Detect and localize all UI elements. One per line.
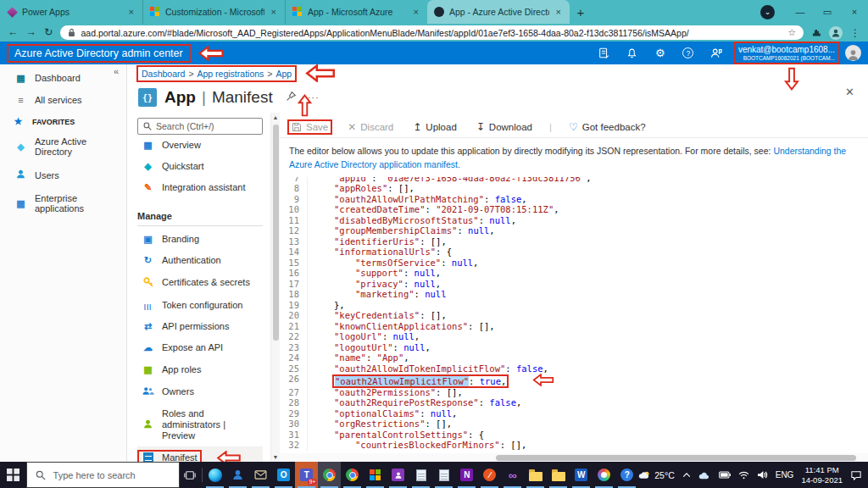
browser-tab-customization-microsoft-dynam[interactable]: Customization - Microsoft Dynam×	[142, 0, 285, 24]
blade-menu-scrollbar[interactable]: ▲ ▼	[270, 113, 280, 462]
notepad-icon[interactable]	[409, 462, 432, 488]
blade-menu-item-integration-assistant[interactable]: ✎Integration assistant	[137, 177, 263, 198]
taskbar-clock[interactable]: 11:41 PM 14-09-2021	[801, 465, 843, 485]
scroll-down-icon[interactable]: ▼	[271, 454, 280, 460]
menu-dots-icon[interactable]: ⋮	[850, 27, 860, 39]
editor-line-23: 23"logoutUrl": null,	[280, 342, 868, 353]
horizontal-scrollbar[interactable]	[280, 453, 868, 462]
blade-menu-item-token-configuration[interactable]: |||Token configuration	[137, 295, 263, 316]
edge-icon[interactable]	[203, 462, 226, 488]
breadcrumb-dashboard[interactable]: Dashboard	[142, 69, 185, 79]
forward-icon[interactable]: →	[26, 27, 37, 38]
upload-button[interactable]: ↥ Upload	[410, 121, 459, 133]
sidebar-collapse-icon[interactable]: «	[114, 66, 119, 76]
browser-update-icon[interactable]: ⌄	[760, 5, 775, 19]
breadcrumb-app[interactable]: App	[275, 69, 292, 79]
tab-close-icon[interactable]: ×	[127, 7, 136, 17]
breadcrumb-app-registrations[interactable]: App registrations	[198, 69, 264, 79]
volume-icon[interactable]	[757, 470, 768, 480]
blade-menu-item-authentication[interactable]: ↻Authentication	[137, 250, 263, 271]
profile-icon[interactable]	[829, 26, 843, 40]
sidebar-item-users[interactable]: Users	[0, 163, 126, 187]
reload-icon[interactable]: ↻	[44, 27, 53, 38]
download-button[interactable]: ↧ Download	[474, 121, 535, 133]
orange-app-icon[interactable]: ∕	[478, 462, 501, 488]
feedback-icon[interactable]	[709, 47, 723, 60]
help-icon[interactable]: ?	[615, 462, 638, 488]
sidebar-item-azure-active-directory[interactable]: ◆Azure Active Directory	[0, 130, 126, 163]
action-center-icon[interactable]	[850, 470, 862, 480]
new-tab-button[interactable]: +	[570, 0, 592, 24]
wifi-icon[interactable]	[738, 471, 749, 480]
blade-menu-item-certificates-secrets[interactable]: Certificates & secrets	[137, 271, 263, 295]
chevron-up-icon[interactable]	[682, 472, 691, 479]
sidebar-item-dashboard[interactable]: ▦Dashboard	[0, 67, 126, 89]
bookmark-star-icon[interactable]: ☆	[787, 27, 796, 38]
sidebar-item-all-services[interactable]: ≡All services	[0, 89, 126, 111]
blade-close-icon[interactable]: ✕	[845, 86, 854, 98]
avatar[interactable]	[845, 45, 861, 61]
browser-tab-app-azure-active-directory-adm[interactable]: App - Azure Active Directory adm×	[427, 0, 570, 24]
blade-menu-item-app-roles[interactable]: ▦App roles	[137, 359, 263, 380]
tab-close-icon[interactable]: ×	[412, 7, 420, 17]
language-indicator[interactable]: ENG	[776, 470, 794, 480]
teams-icon[interactable]: T9+	[295, 462, 318, 488]
blade-menu-item-overview[interactable]: ▦Overview	[137, 135, 263, 156]
blade-menu-item-branding[interactable]: ▣Branding	[137, 229, 263, 250]
notepad-icon-2[interactable]	[432, 462, 455, 488]
paint-icon[interactable]	[593, 462, 615, 488]
tab-close-icon[interactable]: ×	[270, 7, 278, 17]
tab-close-icon[interactable]: ×	[554, 7, 563, 17]
task-view-icon[interactable]	[180, 462, 200, 488]
scrollbar-thumb[interactable]	[496, 455, 856, 461]
taskbar-search-input[interactable]: Type here to search	[26, 462, 180, 488]
blade-menu-item-quickstart[interactable]: ◈Quickstart	[137, 156, 263, 177]
minimize-button[interactable]: —	[787, 7, 814, 17]
weather-widget[interactable]: 25°C	[638, 470, 674, 480]
save-button[interactable]: Save	[289, 121, 331, 133]
sidebar-item-enterprise-applications[interactable]: ▦Enterprise applications	[0, 187, 126, 219]
back-icon[interactable]: ←	[8, 27, 19, 38]
scroll-up-icon[interactable]: ▲	[271, 114, 280, 120]
feedback-button[interactable]: ♡ Got feedback?	[566, 120, 648, 134]
folder-icon-2[interactable]	[547, 462, 570, 488]
bell-icon[interactable]	[626, 47, 639, 60]
gear-icon[interactable]: ⚙	[654, 47, 667, 60]
browser-tab-app-microsoft-azure[interactable]: App - Microsoft Azure×	[285, 0, 427, 24]
maximize-button[interactable]: ▭	[814, 7, 841, 18]
chrome-icon[interactable]	[318, 462, 341, 488]
scrollbar-thumb[interactable]	[273, 125, 279, 341]
search-input[interactable]: Search (Ctrl+/)	[137, 118, 263, 135]
discard-button[interactable]: ✕ Discard	[345, 121, 396, 133]
blade-menu-item-expose-an-api[interactable]: ☁Expose an API	[137, 337, 263, 358]
onenote-icon[interactable]: N	[455, 462, 478, 488]
blade-menu-item-api-permissions[interactable]: ⇄API permissions	[137, 316, 263, 337]
microsoft-squares-icon[interactable]	[364, 462, 387, 488]
close-button[interactable]: ×	[841, 7, 868, 17]
extensions-icon[interactable]	[811, 28, 821, 38]
script-icon[interactable]	[598, 47, 611, 60]
onedrive-icon[interactable]	[698, 471, 711, 480]
word-icon[interactable]: W	[570, 462, 593, 488]
people-icon[interactable]	[226, 462, 249, 488]
purple-person-app-icon[interactable]	[387, 462, 409, 488]
folder-icon[interactable]	[524, 462, 547, 488]
browser-tab-power-apps[interactable]: Power Apps×	[0, 0, 142, 24]
window-controls: ⌄ — ▭ ×	[760, 0, 868, 24]
visual-studio-icon[interactable]: ∞	[501, 462, 524, 488]
portal-title[interactable]: Azure Active Directory admin center	[8, 46, 189, 61]
heart-icon: ♡	[569, 121, 578, 133]
battery-icon[interactable]	[719, 471, 731, 479]
command-bar: Save ✕ Discard ↥ Upload ↧ Download	[280, 116, 868, 138]
help-icon[interactable]: ?	[682, 47, 695, 60]
chrome-icon-2[interactable]	[341, 462, 364, 488]
outlook-icon[interactable]: O	[272, 462, 295, 488]
account-info[interactable]: venkat@bootcamp1608... BOOTCAMP16082021 …	[735, 43, 838, 63]
start-button[interactable]	[0, 462, 26, 488]
blade-menu-item-manifest[interactable]: Manifest	[137, 446, 263, 462]
blade-menu-item-roles-and-administrators-preview[interactable]: Roles and administrators | Preview	[137, 403, 263, 447]
address-bar[interactable]: aad.portal.azure.com/#blade/Microsoft_AA…	[60, 25, 804, 40]
blade-menu-item-owners[interactable]: Owners	[137, 380, 263, 403]
json-editor[interactable]: 7"appId": "01ae7ef3-1658-4daa-80a2-f13dc…	[280, 177, 868, 452]
mail-icon[interactable]	[249, 462, 272, 488]
